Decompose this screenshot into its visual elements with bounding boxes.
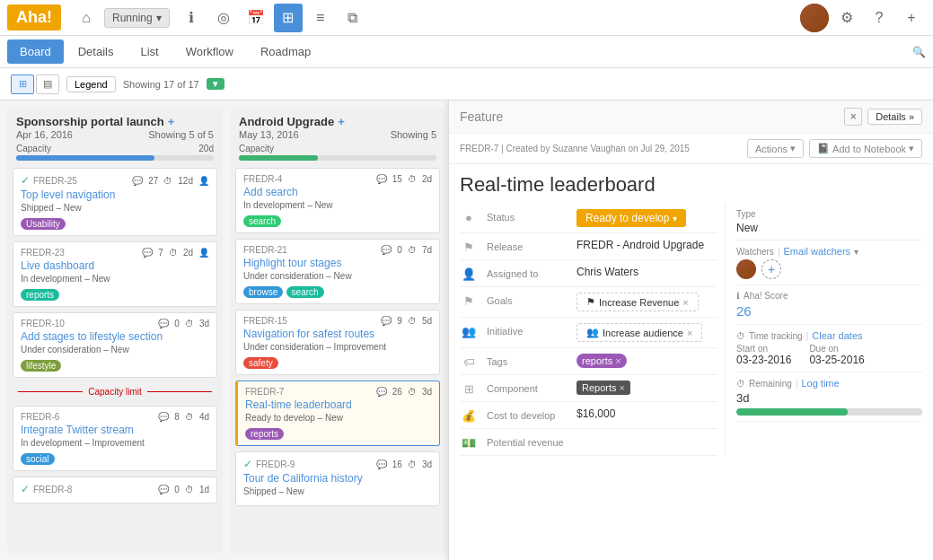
- card-title: Navigation for safest routes: [243, 328, 432, 340]
- clear-dates-link[interactable]: Clear dates: [812, 330, 862, 341]
- tab-board[interactable]: Board: [7, 39, 64, 64]
- comment-icon: 💬: [158, 412, 169, 422]
- check-icon: ✓: [243, 458, 252, 470]
- release-value: Running: [112, 12, 153, 24]
- card-fredr-21[interactable]: FREDR-21 💬0 ⏱7d Highlight tour stages Un…: [235, 239, 440, 304]
- card-title: Live dashboard: [21, 259, 209, 272]
- list-view-button[interactable]: ▤: [36, 74, 59, 94]
- field-remaining: ⏱ Remaining | Log time 3d: [736, 372, 922, 422]
- start-on-label: Start on: [736, 344, 791, 354]
- search-icon[interactable]: 🔍: [912, 46, 926, 58]
- assigned-value: Chris Waters: [577, 266, 717, 278]
- help-icon[interactable]: ?: [865, 4, 893, 32]
- field-goals: ⚑ Goals ⚑ Increase Revenue ×: [460, 287, 717, 318]
- add-card-icon[interactable]: +: [168, 115, 175, 128]
- card-tag: reports: [245, 428, 284, 440]
- list-icon[interactable]: ≡: [306, 4, 335, 32]
- due-on-value: 03-25-2016: [809, 354, 864, 366]
- column-cards-sponsorship: ✓ FREDR-25 💬27 ⏱12d 👤 Top level navigati…: [7, 164, 223, 553]
- layers-icon[interactable]: ⧉: [339, 4, 367, 32]
- panel-header: Feature × Details »: [449, 101, 933, 134]
- tab-workflow[interactable]: Workflow: [173, 39, 246, 64]
- filter-icon[interactable]: ▼: [207, 78, 224, 90]
- release-label: Release: [487, 239, 568, 252]
- actions-button[interactable]: Actions ▾: [747, 139, 804, 158]
- progress-fill: [736, 408, 848, 416]
- feature-title: Real-time leaderboard: [449, 164, 933, 204]
- comment-icon: 💬: [381, 245, 392, 255]
- watchers-label: Watchers | Email watchers ▾: [736, 246, 922, 257]
- calendar-icon[interactable]: 📅: [242, 4, 270, 32]
- close-button[interactable]: ×: [844, 108, 862, 126]
- card-fredr-25[interactable]: ✓ FREDR-25 💬27 ⏱12d 👤 Top level navigati…: [13, 168, 217, 236]
- app-logo[interactable]: Aha!: [7, 4, 61, 31]
- initiative-value[interactable]: 👥 Increase audience ×: [577, 323, 702, 342]
- tab-roadmap[interactable]: Roadmap: [248, 39, 323, 64]
- log-time-link[interactable]: Log time: [801, 378, 839, 389]
- gear-icon[interactable]: ⚙: [832, 4, 861, 32]
- status-badge[interactable]: Ready to develop ▾: [577, 209, 686, 227]
- card-fredr-10[interactable]: FREDR-10 💬0 ⏱3d Add stages to lifestyle …: [13, 312, 217, 378]
- capacity-value: 20d: [198, 144, 214, 153]
- target-icon[interactable]: ◎: [209, 4, 238, 32]
- cost-icon: 💰: [460, 407, 478, 423]
- card-fredr-15[interactable]: FREDR-15 💬9 ⏱5d Navigation for safest ro…: [235, 310, 440, 375]
- card-fredr-23[interactable]: FREDR-23 💬7 ⏱2d 👤 Live dashboard In deve…: [13, 241, 217, 307]
- clock-icon: ⏱: [408, 316, 417, 326]
- add-icon[interactable]: +: [897, 4, 926, 32]
- info-icon[interactable]: ℹ: [177, 4, 206, 32]
- tab-list[interactable]: List: [128, 39, 171, 64]
- remove-goal-icon[interactable]: ×: [682, 297, 688, 308]
- goal-flag-icon: ⚑: [586, 296, 595, 308]
- clock-icon: ⏱: [736, 379, 745, 389]
- status-caret-icon: ▾: [673, 214, 677, 223]
- remove-initiative-icon[interactable]: ×: [687, 328, 692, 338]
- status-label: Status: [487, 209, 568, 223]
- comment-icon: 💬: [132, 176, 143, 186]
- field-type: Type New: [736, 204, 922, 241]
- check-icon: ✓: [21, 174, 30, 187]
- card-fredr-9[interactable]: ✓ FREDR-9 💬16 ⏱3d Tour de California his…: [235, 451, 440, 506]
- add-watcher-button[interactable]: +: [761, 259, 781, 279]
- panel-body: ● Status Ready to develop ▾ ⚑ Release FR…: [449, 204, 933, 456]
- time-tracking-label: ⏱ Time tracking | Clear dates: [736, 330, 922, 341]
- add-to-notebook-button[interactable]: 📓 Add to Notebook ▾: [809, 139, 922, 158]
- card-view-button[interactable]: ⊞: [11, 74, 34, 94]
- column-count: Showing 5: [391, 129, 436, 140]
- card-tag: social: [21, 453, 55, 465]
- release-dropdown[interactable]: Running ▾: [104, 8, 170, 28]
- card-id: FREDR-8: [33, 485, 72, 494]
- tab-details[interactable]: Details: [66, 39, 127, 64]
- release-value: FREDR - Android Upgrade: [577, 239, 717, 251]
- goals-value[interactable]: ⚑ Increase Revenue ×: [577, 293, 699, 311]
- tag-reports[interactable]: reports ×: [577, 354, 627, 368]
- card-fredr-8[interactable]: ✓ FREDR-8 💬0 ⏱1d: [13, 477, 217, 503]
- card-fredr-4[interactable]: FREDR-4 💬15 ⏱2d Add search In developmen…: [235, 168, 440, 233]
- add-card-icon[interactable]: +: [338, 115, 345, 128]
- remove-component-icon[interactable]: ×: [620, 382, 625, 393]
- legend-button[interactable]: Legend: [66, 76, 116, 92]
- card-id: FREDR-21: [243, 245, 287, 255]
- card-fredr-6[interactable]: FREDR-6 💬8 ⏱4d Integrate Twitter stream …: [13, 406, 217, 471]
- panel-left: ● Status Ready to develop ▾ ⚑ Release FR…: [460, 204, 717, 456]
- card-fredr-7[interactable]: FREDR-7 💬26 ⏱3d Real-time leaderboard Re…: [235, 381, 440, 446]
- assigned-label: Assigned to: [487, 266, 568, 279]
- field-initiative: 👥 Initiative 👥 Increase audience ×: [460, 318, 717, 348]
- email-watchers-link[interactable]: Email watchers: [783, 246, 850, 257]
- assigned-icon: 👤: [460, 266, 478, 281]
- home-icon[interactable]: ⌂: [72, 4, 101, 32]
- panel-title: Feature: [460, 109, 844, 124]
- component-value[interactable]: Reports ×: [577, 381, 630, 395]
- grid-icon[interactable]: ⊞: [274, 4, 303, 32]
- avatar[interactable]: [800, 4, 829, 32]
- column-title-android: Android Upgrade +: [239, 115, 436, 128]
- card-status: In development – Improvement: [21, 438, 209, 448]
- column-title-sponsorship: Sponsorship portal launch +: [16, 115, 214, 128]
- field-potential-revenue: 💵 Potential revenue: [460, 429, 717, 456]
- clock-icon: ⏱: [185, 485, 194, 494]
- add-notebook-label: Add to Notebook: [832, 144, 906, 154]
- comment-icon: 💬: [376, 387, 387, 397]
- details-button[interactable]: Details »: [867, 109, 922, 125]
- remove-tag-icon[interactable]: ×: [615, 355, 621, 366]
- card-title: Integrate Twitter stream: [21, 424, 209, 436]
